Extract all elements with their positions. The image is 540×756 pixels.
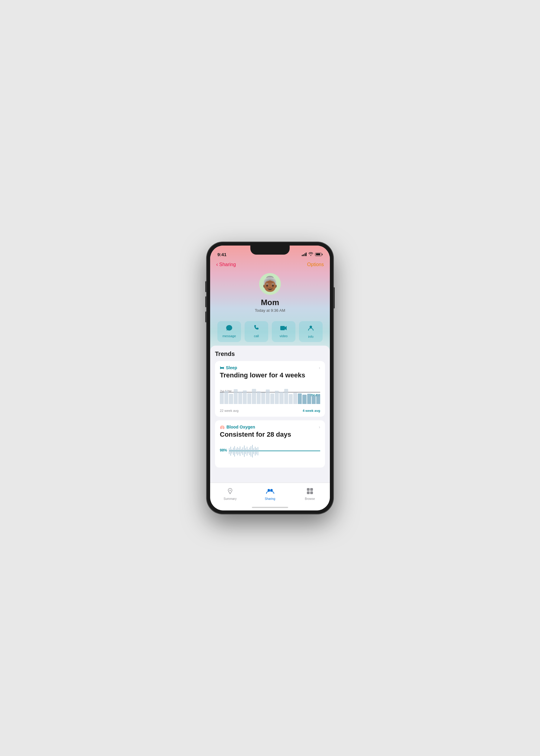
sleep-headline: Trending lower for 4 weeks [220,371,320,379]
blood-oxygen-value: 98% [220,448,227,452]
bar-1 [220,392,224,404]
message-button[interactable]: message [217,321,241,342]
bo-bar-1 [229,448,229,454]
browse-icon [307,488,313,496]
blood-oxygen-title: 🫁 Blood Oxygen [220,425,255,429]
bar-3 [229,394,233,404]
bar-16 [289,394,293,404]
signal-icon [302,252,307,256]
call-button[interactable]: call [245,321,268,342]
sharing-icon [266,488,274,496]
bar-22 [316,394,320,404]
main-content[interactable]: Trends 🛏 Sleep › Trending lower for 4 we… [210,346,330,483]
blood-oxygen-headline: Consistent for 28 days [220,431,320,438]
bo-bar-21 [256,448,257,455]
nav-bar: ‹ Sharing Options [210,259,330,270]
svg-point-1 [310,326,312,328]
bo-bar-9 [240,446,240,456]
bo-bar-5 [234,446,235,457]
status-icons [302,252,323,257]
sleep-chart-labels: 22 week avg 4 week avg [220,409,320,412]
sleep-card[interactable]: 🛏 Sleep › Trending lower for 4 weeks 7H … [215,361,325,417]
bar-12 [270,393,274,404]
bottom-spacer [215,468,325,470]
info-button[interactable]: info [299,321,323,342]
bar-9 [257,391,261,404]
options-button[interactable]: Options [307,262,324,267]
chevron-left-icon: ‹ [216,261,218,268]
bar-18 [298,393,302,404]
signal-bar-2 [303,254,304,256]
sleep-chart: 7H 52M 7H 6M [220,383,320,407]
action-buttons-row: message call [210,318,330,346]
bo-bar-13 [245,448,246,454]
browse-tab-label: Browse [305,497,315,501]
bar-21 [312,395,316,404]
tab-sharing[interactable]: Sharing [250,488,290,501]
bar-7 [247,393,251,404]
tab-summary[interactable]: Summary [210,488,250,501]
video-icon [280,325,287,333]
bo-bar-19 [253,448,254,454]
blood-oxygen-icon: 🫁 [220,425,225,429]
message-label: message [222,334,236,338]
bar-15 [284,389,288,404]
bar-17 [293,393,297,404]
sleep-bars [220,383,320,404]
bo-bar-17 [251,446,251,457]
tab-bar: Summary Sharing [210,483,330,505]
status-time: 9:41 [217,252,226,257]
signal-bar-1 [302,255,303,256]
bo-bar-15 [248,449,248,454]
back-button[interactable]: ‹ Sharing [216,261,236,268]
svg-rect-6 [307,491,310,494]
call-icon [253,325,259,333]
bar-5 [238,391,242,404]
sleep-period-left: 22 week avg [220,409,238,412]
phone-screen: 9:41 [210,245,330,511]
bo-bar-7 [237,447,238,455]
bo-bar-4 [233,448,234,455]
bar-14 [279,392,283,404]
info-label: info [308,335,314,338]
svg-rect-0 [280,326,285,330]
signal-bar-3 [305,253,305,256]
signal-bar-4 [306,252,307,256]
blood-oxygen-card[interactable]: 🫁 Blood Oxygen › Consistent for 28 days … [215,420,325,468]
bo-bar-16 [249,448,250,455]
sleep-chevron-icon: › [319,365,320,370]
summary-icon [226,488,234,496]
profile-last-seen: Today at 9:36 AM [255,308,285,313]
battery-icon [315,253,323,256]
bar-11 [266,389,270,404]
avatar: 👵🏾 [259,273,281,295]
home-indicator [210,505,330,511]
video-button[interactable]: video [272,321,295,342]
home-bar [252,507,288,508]
bo-bar-2 [230,447,231,456]
bar-20 [307,394,311,404]
bo-bar-12 [244,445,245,457]
sleep-card-header: 🛏 Sleep › [220,365,320,370]
bar-13 [275,391,279,404]
svg-rect-5 [310,488,313,491]
bar-10 [261,392,265,404]
blood-oxygen-header: 🫁 Blood Oxygen › [220,425,320,429]
bo-bar-3 [232,449,232,454]
content-wrapper: 9:41 [210,245,330,511]
bo-bar-6 [236,448,236,454]
blood-oxygen-bars [229,442,320,460]
sleep-icon: 🛏 [220,365,224,370]
back-label: Sharing [219,262,236,267]
profile-name: Mom [261,298,279,307]
bo-bar-20 [255,447,255,456]
summary-tab-label: Summary [224,497,237,501]
tab-browse[interactable]: Browse [290,488,330,501]
bo-bar-11 [242,447,243,455]
bar-6 [243,390,247,404]
profile-section: 👵🏾 Mom Today at 9:36 AM [210,270,330,318]
bar-4 [234,389,238,404]
call-label: call [254,334,259,338]
bo-bar-14 [247,447,247,456]
blood-oxygen-chart: 98% [220,442,320,463]
